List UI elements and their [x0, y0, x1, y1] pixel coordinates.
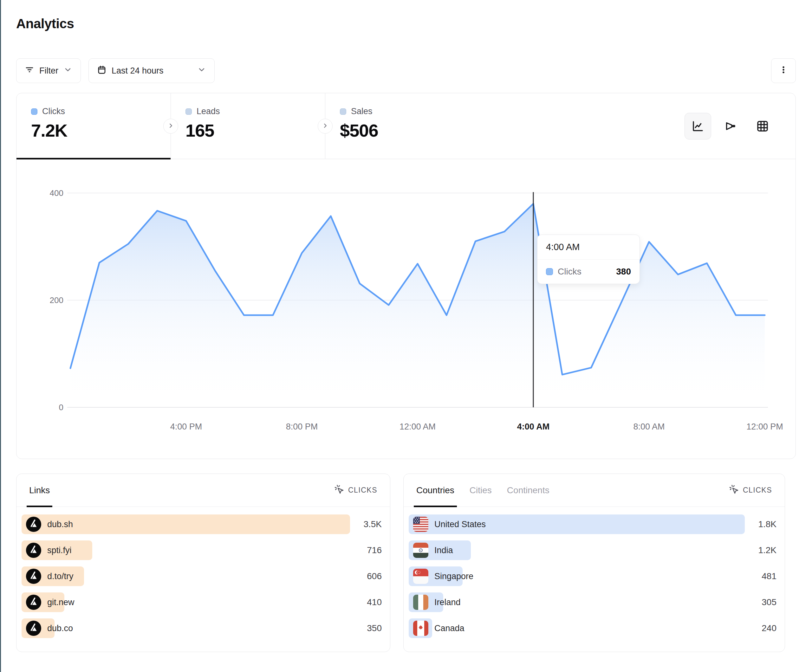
y-axis-tick-label: 0 — [59, 403, 63, 412]
link-row[interactable]: git.new410 — [22, 592, 383, 612]
stat-tab-label: Sales — [351, 106, 372, 116]
stat-label-row: Leads — [186, 106, 325, 116]
row-content: India — [409, 541, 745, 560]
stat-tabs: Clicks7.2KLeads165Sales$506 — [17, 93, 795, 159]
link-row-clicks-value: 350 — [350, 623, 383, 633]
grid-table-icon — [756, 119, 769, 133]
country-row[interactable]: Canada240 — [409, 618, 778, 638]
row-content: Singapore — [409, 566, 745, 586]
row-content: d.to/try — [22, 566, 350, 586]
analytics-chart-card: Clicks7.2KLeads165Sales$506 02004004:00 … — [16, 93, 796, 459]
click-bar-track: git.new — [22, 592, 350, 612]
y-axis-tick-label: 200 — [50, 295, 63, 305]
chart-view-toggles — [684, 113, 776, 140]
chevron-right-icon — [322, 122, 329, 130]
funnel-view-toggle-button[interactable] — [717, 113, 744, 140]
link-row-label: git.new — [47, 597, 75, 607]
row-content: Ireland — [409, 592, 745, 612]
link-row-label: dub.co — [47, 624, 73, 633]
date-range-label: Last 24 hours — [112, 66, 192, 76]
stat-tab-label: Leads — [196, 106, 220, 116]
chevron-down-icon — [63, 65, 72, 77]
link-row-label: spti.fyi — [47, 546, 72, 555]
tooltip-series-label: Clicks — [558, 266, 582, 277]
link-row[interactable]: d.to/try606 — [22, 566, 383, 586]
toolbar: Filter Last 24 hours — [16, 58, 796, 83]
country-row-label: Singapore — [434, 571, 473, 582]
more-options-button[interactable] — [771, 58, 796, 83]
clicks-legend-swatch — [546, 268, 553, 275]
countries-metric-toggle[interactable]: CLICKS — [729, 484, 772, 496]
chart-canvas[interactable]: 02004004:00 PM8:00 PM12:00 AM4:00 AM8:00… — [17, 159, 786, 459]
tooltip-series-value: 380 — [616, 266, 631, 277]
countries-metric-label: CLICKS — [743, 486, 772, 495]
tab-cities[interactable]: Cities — [469, 474, 492, 507]
tab-links[interactable]: Links — [29, 474, 50, 507]
page-title: Analytics — [16, 17, 796, 31]
country-row[interactable]: Singapore481 — [409, 566, 778, 586]
filter-button-label: Filter — [39, 66, 58, 76]
clicks-legend-swatch — [31, 108, 38, 115]
us-flag-icon — [413, 517, 428, 532]
date-range-button[interactable]: Last 24 hours — [89, 58, 215, 83]
link-row[interactable]: dub.sh3.5K — [22, 515, 383, 534]
tooltip-series-row: Clicks 380 — [537, 259, 640, 284]
tooltip-time: 4:00 AM — [537, 235, 640, 259]
filter-button[interactable]: Filter — [16, 58, 81, 83]
link-row-clicks-value: 716 — [350, 545, 383, 555]
country-row-clicks-value: 305 — [745, 597, 778, 607]
stat-tab-leads[interactable]: Leads165 — [171, 93, 325, 159]
x-axis-tick-label: 8:00 AM — [633, 422, 665, 432]
country-row-clicks-value: 1.2K — [745, 545, 778, 555]
link-row-label: d.to/try — [47, 571, 73, 582]
country-row-label: India — [434, 546, 453, 555]
analytics-page: Analytics Filter Last 24 hours — [0, 0, 812, 652]
links-metric-toggle[interactable]: CLICKS — [334, 484, 377, 496]
click-bar-track: Canada — [409, 618, 745, 638]
click-bar-track: United States — [409, 515, 745, 534]
country-row-label: United States — [434, 520, 486, 529]
click-bar-track: spti.fyi — [22, 541, 350, 560]
country-row-label: Canada — [434, 624, 464, 633]
x-axis-tick-label: 12:00 PM — [746, 422, 783, 432]
filter-icon — [25, 65, 34, 77]
line-chart-toggle-button[interactable] — [684, 113, 711, 140]
leads-legend-swatch — [186, 108, 192, 115]
table-view-toggle-button[interactable] — [749, 113, 776, 140]
link-row[interactable]: spti.fyi716 — [22, 541, 383, 560]
links-card-tabs: Links — [29, 474, 50, 507]
sg-flag-icon — [413, 569, 428, 584]
breakdown-cards: Links CLICKS dub.sh3.5Kspti.fyi716d.to/t… — [16, 474, 796, 652]
x-axis-tick-label: 4:00 PM — [170, 422, 202, 432]
stat-divider-chevron-button[interactable] — [163, 119, 178, 133]
country-row-clicks-value: 1.8K — [745, 519, 778, 529]
link-row-clicks-value: 606 — [350, 571, 383, 582]
kebab-menu-icon — [779, 65, 788, 77]
click-bar-track: Ireland — [409, 592, 745, 612]
dub-logo-icon — [26, 517, 41, 532]
stat-tab-value: $506 — [340, 120, 480, 141]
link-row[interactable]: dub.co350 — [22, 618, 383, 638]
clicks-area-chart[interactable]: 02004004:00 PM8:00 PM12:00 AM4:00 AM8:00… — [17, 159, 795, 459]
stat-tab-value: 165 — [186, 120, 325, 141]
stat-tab-clicks[interactable]: Clicks7.2K — [17, 93, 171, 159]
country-row-clicks-value: 481 — [745, 571, 778, 582]
countries-card: CountriesCitiesContinents CLICKS United … — [403, 474, 785, 652]
links-card: Links CLICKS dub.sh3.5Kspti.fyi716d.to/t… — [16, 474, 390, 652]
cursor-click-icon — [729, 484, 739, 496]
click-bar-track: Singapore — [409, 566, 745, 586]
country-row[interactable]: Ireland305 — [409, 592, 778, 612]
tab-countries[interactable]: Countries — [416, 474, 454, 507]
dub-logo-icon — [26, 543, 41, 558]
cursor-click-icon — [334, 484, 345, 496]
link-row-label: dub.sh — [47, 520, 73, 529]
tab-continents[interactable]: Continents — [507, 474, 549, 507]
country-row[interactable]: India1.2K — [409, 541, 778, 560]
stat-divider-chevron-button[interactable] — [318, 119, 333, 133]
sales-legend-swatch — [340, 108, 346, 115]
country-row-clicks-value: 240 — [745, 623, 778, 633]
country-row[interactable]: United States1.8K — [409, 515, 778, 534]
stat-tab-value: 7.2K — [31, 120, 171, 141]
countries-list: United States1.8KIndia1.2KSingapore481Ir… — [404, 507, 785, 638]
stat-tab-sales[interactable]: Sales$506 — [325, 93, 480, 159]
